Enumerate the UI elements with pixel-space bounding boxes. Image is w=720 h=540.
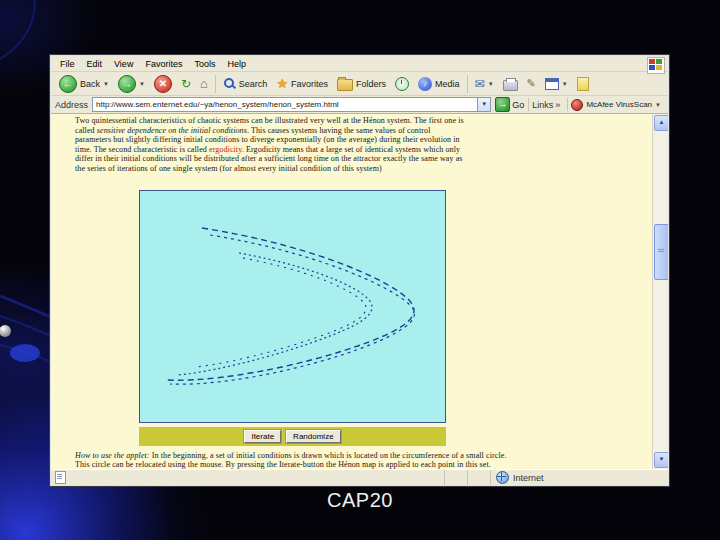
windows-logo-icon — [647, 57, 665, 74]
status-bar: Internet — [51, 469, 668, 485]
zone-label: Internet — [513, 473, 544, 483]
background-glow-blob — [10, 344, 40, 362]
italic-phrase: How to use the applet: — [75, 451, 150, 460]
antivirus-dropdown-icon: ▼ — [655, 102, 661, 108]
edit-button[interactable]: ✎ — [523, 77, 540, 90]
messenger-window-icon — [545, 78, 559, 90]
attractor-curve-outer-twin — [170, 235, 414, 384]
menu-bar: File Edit View Favorites Tools Help — [51, 56, 668, 72]
address-dropdown-icon[interactable]: ▼ — [477, 98, 490, 111]
forward-dropdown-icon: ▼ — [139, 81, 145, 87]
address-label: Address — [55, 100, 88, 110]
back-button[interactable]: ← Back ▼ — [55, 74, 113, 94]
page-content: Two quintessential characteristics of ch… — [51, 114, 668, 469]
document-icon — [55, 471, 66, 484]
back-dropdown-icon: ▼ — [103, 81, 109, 87]
stop-icon: ✕ — [154, 75, 172, 93]
henon-applet: Iterate Randomize — [139, 190, 446, 446]
attractor-curve-inner-twin — [195, 258, 366, 367]
address-bar: Address http://www.sem.enternet.edu/~ya/… — [51, 96, 668, 114]
history-clock-icon — [395, 77, 409, 91]
forward-icon: → — [118, 75, 136, 93]
browser-window: File Edit View Favorites Tools Help ← Ba… — [50, 55, 669, 486]
randomize-button[interactable]: Randomize — [286, 430, 340, 443]
antivirus-toolbar-button[interactable]: McAfee VirusScan ▼ — [567, 98, 664, 111]
vertical-scrollbar[interactable]: ▲ ▼ — [652, 114, 668, 469]
go-label: Go — [512, 100, 524, 110]
intro-paragraph: Two quintessential characteristics of ch… — [75, 116, 634, 174]
paragraph-line: parameters but slightly differing initia… — [75, 135, 634, 145]
media-label: Media — [435, 79, 460, 89]
home-icon: ⌂ — [200, 78, 208, 90]
go-button[interactable]: → Go — [495, 97, 524, 112]
paragraph-line: differ in their initial conditions will … — [75, 154, 634, 164]
scroll-down-icon[interactable]: ▼ — [654, 452, 668, 468]
note-page-icon — [577, 77, 589, 91]
menu-tools[interactable]: Tools — [188, 57, 221, 71]
paragraph-line: called sensitive dependence on the initi… — [75, 126, 634, 136]
edit-pencil-icon: ✎ — [527, 78, 536, 89]
iterate-button[interactable]: Iterate — [244, 430, 281, 443]
toolbar: ← Back ▼ → ▼ ✕ ↻ ⌂ Search ★ — [51, 72, 668, 96]
refresh-button[interactable]: ↻ — [177, 77, 195, 91]
attractor-curve-outer — [167, 228, 414, 380]
background-sphere — [0, 325, 11, 337]
go-arrow-icon: → — [495, 97, 510, 112]
messenger-dropdown-icon: ▼ — [562, 81, 568, 87]
toolbar-separator — [467, 75, 468, 93]
paragraph-line: the series of iterations of one single s… — [75, 164, 634, 174]
links-button[interactable]: Links » — [528, 98, 563, 111]
address-field[interactable]: http://www.sem.enternet.edu/~ya/henon_sy… — [92, 97, 491, 112]
search-label: Search — [239, 79, 268, 89]
stop-button[interactable]: ✕ — [150, 74, 176, 94]
menu-favorites[interactable]: Favorites — [139, 57, 188, 71]
scroll-up-icon[interactable]: ▲ — [654, 115, 668, 131]
favorites-star-icon: ★ — [276, 78, 288, 90]
messenger-button[interactable]: ▼ — [541, 77, 572, 91]
scrollbar-thumb[interactable] — [654, 224, 668, 280]
links-label: Links — [532, 100, 553, 110]
howto-paragraph: How to use the applet: In the beginning,… — [75, 451, 634, 469]
status-panel — [468, 470, 491, 485]
attractor-canvas[interactable] — [139, 190, 446, 423]
slide: File Edit View Favorites Tools Help ← Ba… — [0, 0, 720, 540]
search-button[interactable]: Search — [219, 76, 272, 91]
attractor-curve-inner — [177, 253, 372, 375]
status-panel — [445, 470, 468, 485]
notes-button[interactable] — [573, 76, 593, 92]
favorites-label: Favorites — [291, 79, 328, 89]
forward-button[interactable]: → ▼ — [114, 74, 149, 94]
status-main-panel — [51, 470, 445, 485]
paragraph-line: This circle can be relocated using the m… — [75, 460, 634, 469]
menu-edit[interactable]: Edit — [81, 57, 109, 71]
back-icon: ← — [59, 75, 77, 93]
mail-button[interactable]: ✉ ▼ — [471, 77, 498, 91]
slide-caption: CAP20 — [0, 489, 720, 512]
folders-label: Folders — [356, 79, 386, 89]
menu-file[interactable]: File — [54, 57, 81, 71]
mail-icon: ✉ — [475, 78, 485, 90]
ergodicity-link[interactable]: ergodicity — [209, 145, 242, 154]
history-button[interactable] — [391, 76, 413, 92]
antivirus-shield-icon — [571, 99, 583, 111]
refresh-icon: ↻ — [181, 78, 191, 90]
back-label: Back — [80, 79, 100, 89]
address-url-text[interactable]: http://www.sem.enternet.edu/~ya/henon_sy… — [93, 100, 477, 109]
paragraph-line: time. The second characteristic is calle… — [75, 145, 634, 155]
italic-phrase: sensitive dependence on the initial cond… — [97, 126, 247, 135]
toolbar-separator — [215, 75, 216, 93]
favorites-button[interactable]: ★ Favorites — [272, 77, 332, 91]
menu-help[interactable]: Help — [221, 57, 252, 71]
links-chevron-icon: » — [555, 100, 560, 110]
media-globe-icon: ♪ — [418, 77, 432, 91]
home-button[interactable]: ⌂ — [196, 77, 212, 91]
folders-button[interactable]: Folders — [333, 76, 390, 92]
paragraph-line: Two quintessential characteristics of ch… — [75, 116, 634, 126]
background-swirl — [0, 0, 35, 62]
mail-dropdown-icon: ▼ — [488, 81, 494, 87]
media-button[interactable]: ♪ Media — [414, 76, 464, 92]
print-button[interactable] — [499, 76, 522, 92]
search-icon — [223, 77, 236, 90]
menu-view[interactable]: View — [108, 57, 139, 71]
internet-globe-icon — [496, 471, 509, 484]
